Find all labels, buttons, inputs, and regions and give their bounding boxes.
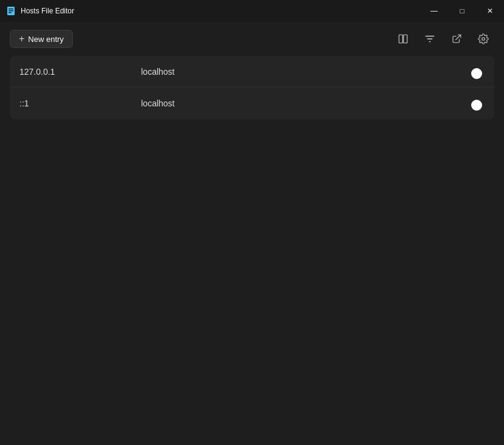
host-ip: ::1: [19, 98, 141, 108]
plus-icon: +: [19, 34, 24, 44]
table-row[interactable]: ::1localhost: [10, 88, 494, 119]
host-ip: 127.0.0.1: [19, 67, 141, 77]
svg-rect-2: [9, 10, 13, 12]
toggle-thumb: [471, 68, 482, 79]
toolbar-right: [392, 28, 494, 50]
toolbar: + New entry: [0, 22, 504, 56]
host-hostname: localhost: [141, 98, 485, 108]
filter-icon: [424, 33, 435, 44]
table-row[interactable]: 127.0.0.1localhost: [10, 56, 494, 88]
title-bar: Hosts File Editor — □ ✕: [0, 0, 504, 22]
maximize-button[interactable]: □: [448, 0, 476, 22]
close-button[interactable]: ✕: [476, 0, 504, 22]
minimize-button[interactable]: —: [420, 0, 448, 22]
toolbar-left: + New entry: [10, 30, 73, 48]
panel-button[interactable]: [392, 28, 414, 50]
filter-button[interactable]: [419, 28, 441, 50]
panel-icon: [398, 33, 409, 44]
svg-rect-4: [399, 35, 402, 43]
svg-rect-3: [9, 12, 12, 13]
app-title: Hosts File Editor: [21, 7, 74, 15]
settings-icon: [478, 33, 489, 44]
host-hostname: localhost: [141, 67, 485, 77]
new-entry-button[interactable]: + New entry: [10, 30, 73, 48]
content-area: 127.0.0.1localhost::1localhost: [0, 56, 504, 445]
title-bar-controls: — □ ✕: [420, 0, 504, 22]
toggle-thumb: [471, 100, 482, 111]
export-button[interactable]: [446, 28, 468, 50]
svg-rect-1: [9, 9, 13, 10]
hosts-table: 127.0.0.1localhost::1localhost: [10, 56, 494, 119]
app-icon: [6, 6, 16, 16]
svg-rect-5: [404, 35, 407, 43]
title-bar-left: Hosts File Editor: [6, 6, 74, 16]
export-icon: [451, 33, 462, 44]
settings-button[interactable]: [472, 28, 494, 50]
svg-point-6: [482, 38, 485, 41]
new-entry-label: New entry: [28, 35, 64, 44]
